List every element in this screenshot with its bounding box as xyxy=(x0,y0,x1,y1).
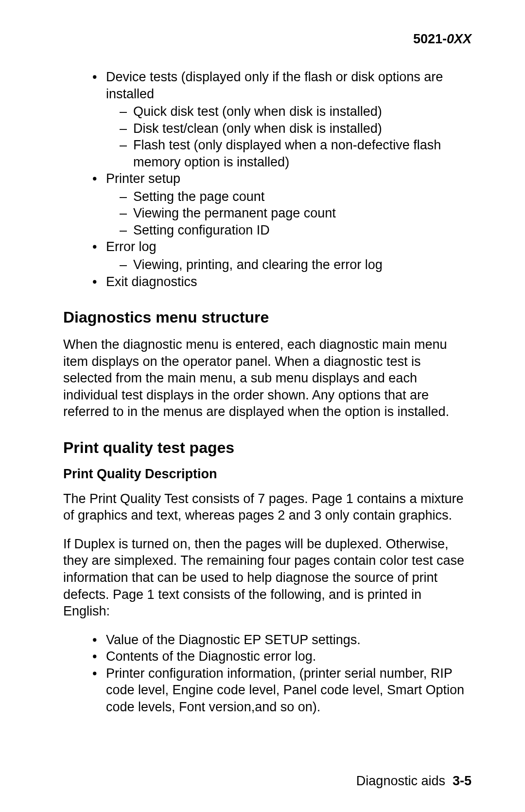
sub-list-item: Viewing, printing, and clearing the erro… xyxy=(120,256,472,273)
subsection-heading-print-quality-description: Print Quality Description xyxy=(63,467,472,482)
sub-list-item: Viewing the permanent page count xyxy=(120,205,472,222)
list-item: Error log Viewing, printing, and clearin… xyxy=(92,238,472,273)
footer-label: Diagnostic aids xyxy=(356,774,445,788)
list-item: Device tests (displayed only if the flas… xyxy=(92,69,472,170)
model-suffix: 0XX xyxy=(447,32,472,46)
section-heading-print-quality-test-pages: Print quality test pages xyxy=(63,439,472,457)
model-header: 5021-0XX xyxy=(63,32,472,47)
section1-paragraph: When the diagnostic menu is entered, eac… xyxy=(63,336,472,420)
list-item-text: Printer setup xyxy=(106,171,180,186)
model-prefix: 5021- xyxy=(413,32,447,46)
list-item: Value of the Diagnostic EP SETUP setting… xyxy=(92,632,472,649)
list-item: Exit diagnostics xyxy=(92,273,472,290)
sub-list-item: Flash test (only displayed when a non-de… xyxy=(120,137,472,170)
list-item: Printer setup Setting the page count Vie… xyxy=(92,170,472,238)
list-item: Printer configuration information, (prin… xyxy=(92,665,472,716)
section2-paragraph-2: If Duplex is turned on, then the pages w… xyxy=(63,536,472,620)
sub-list-item: Disk test/clean (only when disk is insta… xyxy=(120,120,472,137)
section2-bullet-block: Value of the Diagnostic EP SETUP setting… xyxy=(63,632,472,716)
sub-list-item: Quick disk test (only when disk is insta… xyxy=(120,103,472,120)
list-item-text: Exit diagnostics xyxy=(106,274,197,289)
top-bullet-block: Device tests (displayed only if the flas… xyxy=(63,69,472,290)
sub-list-item: Setting configuration ID xyxy=(120,222,472,239)
document-page: 5021-0XX Device tests (displayed only if… xyxy=(0,0,525,812)
section-heading-diagnostics-menu-structure: Diagnostics menu structure xyxy=(63,308,472,326)
footer-page-number: 3-5 xyxy=(453,774,472,788)
list-item-text: Device tests (displayed only if the flas… xyxy=(106,70,443,101)
section2-paragraph-1: The Print Quality Test consists of 7 pag… xyxy=(63,490,472,524)
sub-list-item: Setting the page count xyxy=(120,188,472,205)
list-item: Contents of the Diagnostic error log. xyxy=(92,648,472,665)
list-item-text: Error log xyxy=(106,239,157,254)
page-footer: Diagnostic aids 3-5 xyxy=(356,774,472,789)
